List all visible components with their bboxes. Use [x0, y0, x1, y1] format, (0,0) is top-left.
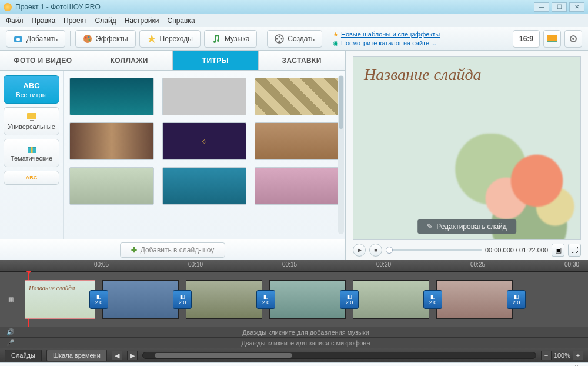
timeline-slide[interactable]: Название слайда [25, 280, 95, 319]
view-timeline-tab[interactable]: Шкала времени [46, 350, 107, 361]
gift-icon [26, 144, 38, 154]
title-thumb[interactable] [162, 78, 247, 115]
transition-chip[interactable]: ◧2.0 [173, 290, 192, 309]
play-button[interactable]: ▶ [353, 244, 366, 257]
tab-photo-video[interactable]: Фото и видео [0, 51, 86, 70]
title-thumb[interactable] [69, 122, 154, 160]
music-button[interactable]: Музыка [204, 30, 257, 48]
menu-help[interactable]: Справка [167, 16, 195, 25]
timeline-slide[interactable] [102, 280, 179, 319]
add-button[interactable]: Добавить [6, 30, 65, 48]
view-slides-tab[interactable]: Слайды [5, 350, 42, 361]
timeline-slide[interactable] [436, 280, 513, 319]
transition-chip[interactable]: ◧2.0 [423, 290, 442, 309]
edit-slide-label: Редактировать слайд [436, 222, 507, 231]
music-label: Музыка [225, 35, 249, 43]
globe-bullet-icon: ◉ [333, 39, 339, 47]
grid-scrollbar[interactable] [338, 75, 344, 234]
svg-point-5 [89, 39, 91, 41]
menu-file[interactable]: Файл [6, 16, 24, 25]
tab-intros[interactable]: Заставки [259, 51, 345, 70]
monitor-icon [26, 112, 38, 122]
audio-track[interactable]: 🔊 Дважды кликните для добавления музыки [0, 327, 588, 338]
fullscreen-icon: ⛶ [571, 246, 578, 254]
svg-rect-13 [547, 41, 557, 42]
abc-small-icon: ABC [26, 175, 38, 181]
reel-icon [275, 34, 284, 44]
menu-settings[interactable]: Настройки [125, 16, 159, 25]
svg-rect-12 [547, 35, 557, 41]
title-thumb[interactable]: ◇ [162, 122, 247, 160]
star-bullet-icon: ★ [333, 31, 339, 38]
video-track[interactable]: ▦ Название слайда ◧2.0 ◧2.0 ◧2.0 ◧2.0 ◧2… [0, 272, 588, 327]
transition-chip[interactable]: ◧2.0 [89, 290, 108, 309]
timeline-slide[interactable] [269, 280, 346, 319]
stop-button[interactable]: ■ [369, 244, 382, 257]
zoom-in-button[interactable]: + [573, 351, 583, 360]
svg-point-11 [276, 38, 278, 39]
settings-button[interactable] [564, 30, 582, 48]
menu-project[interactable]: Проект [64, 16, 87, 25]
timeline-slide[interactable] [186, 280, 262, 319]
aspect-ratio-button[interactable]: 16:9 [513, 30, 540, 48]
ruler-mark: 00:15 [282, 261, 297, 268]
transitions-button[interactable]: Переходы [139, 30, 201, 48]
tab-collages[interactable]: Коллажи [86, 51, 173, 70]
star-icon [147, 34, 156, 44]
timeline-scrollbar[interactable] [142, 352, 536, 359]
close-button[interactable]: ✕ [569, 2, 584, 12]
svg-point-1 [16, 38, 20, 41]
menubar: Файл Правка Проект Слайд Настройки Справ… [0, 14, 588, 27]
toolbar-links: ★ Новые шаблоны и спецэффекты ◉ Посмотри… [333, 31, 440, 47]
audio-hint: Дважды кликните для добавления музыки [242, 329, 369, 336]
create-button[interactable]: Создать [267, 30, 322, 48]
menu-slide[interactable]: Слайд [95, 16, 116, 25]
title-thumb[interactable] [255, 167, 339, 205]
category-extra[interactable]: ABC [4, 171, 59, 185]
menu-edit[interactable]: Правка [32, 16, 56, 25]
plus-icon: ✚ [131, 246, 137, 254]
transition-chip[interactable]: ◧2.0 [507, 290, 526, 309]
title-thumb[interactable] [69, 78, 154, 115]
title-thumb[interactable] [255, 78, 339, 115]
title-thumb[interactable] [255, 122, 339, 160]
timeline-slide[interactable] [353, 280, 429, 319]
svg-marker-6 [148, 35, 156, 43]
edit-slide-button[interactable]: ✎ Редактировать слайд [417, 219, 516, 234]
scroll-right-button[interactable]: ▶ [127, 351, 138, 360]
add-to-slideshow-button[interactable]: ✚ Добавить в слайд-шоу [120, 242, 226, 258]
transition-chip[interactable]: ◧2.0 [340, 290, 359, 309]
svg-point-2 [83, 35, 92, 43]
snapshot-button[interactable]: ▣ [552, 244, 564, 257]
svg-point-9 [281, 38, 283, 39]
transition-chip[interactable]: ◧2.0 [256, 290, 275, 309]
fullscreen-button[interactable]: ⛶ [568, 244, 581, 257]
title-thumb[interactable] [69, 167, 154, 205]
category-thematic-label: Тематические [11, 155, 52, 162]
category-universal[interactable]: Универсальные [4, 107, 59, 135]
preview-seekbar[interactable] [386, 249, 482, 251]
maximize-button[interactable]: ☐ [552, 2, 567, 12]
svg-point-15 [572, 38, 574, 40]
mic-track[interactable]: 🎤 Дважды кликните для записи с микрофона [0, 338, 588, 348]
category-all-titles[interactable]: ABC Все титры [4, 75, 59, 104]
timeline-ruler[interactable]: 00:05 00:10 00:15 00:20 00:25 00:30 [0, 260, 588, 272]
zoom-value: 100% [554, 352, 570, 359]
pencil-icon: ✎ [427, 222, 433, 231]
category-thematic[interactable]: Тематические [4, 139, 59, 167]
timeline-panel: 00:05 00:10 00:15 00:20 00:25 00:30 ▦ На… [0, 260, 588, 348]
catalog-link[interactable]: Посмотрите каталог на сайте ... [341, 39, 436, 46]
display-mode-button[interactable] [543, 30, 561, 48]
scroll-left-button[interactable]: ◀ [112, 351, 122, 360]
main-toolbar: Добавить Эффекты Переходы Музыка Создать… [0, 27, 588, 51]
tab-titles[interactable]: Титры [173, 51, 259, 70]
camera-icon [14, 34, 23, 44]
templates-link[interactable]: Новые шаблоны и спецэффекты [341, 31, 440, 38]
minimize-button[interactable]: — [534, 2, 549, 12]
svg-rect-20 [31, 147, 32, 153]
preview-controls: ▶ ■ 00:00.000 / 01:22.000 ▣ ⛶ [353, 240, 581, 257]
ruler-mark: 00:25 [470, 261, 485, 268]
zoom-out-button[interactable]: − [541, 351, 552, 360]
effects-button[interactable]: Эффекты [75, 30, 136, 48]
title-thumb[interactable] [162, 167, 247, 205]
